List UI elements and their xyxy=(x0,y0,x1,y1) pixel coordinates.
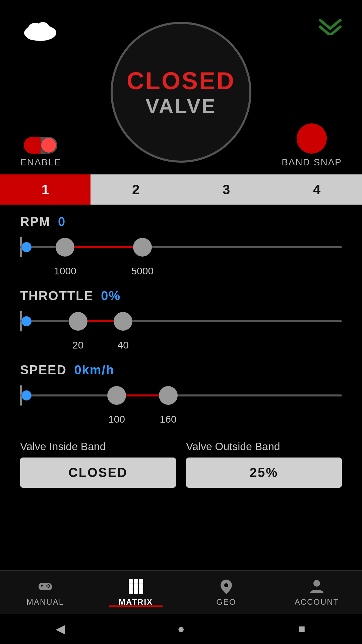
nav-manual-label: MANUAL xyxy=(26,597,64,607)
speed-thumb-left[interactable] xyxy=(21,390,32,400)
throttle-value: 0% xyxy=(101,289,121,303)
location-icon xyxy=(218,578,235,595)
back-icon: ◀ xyxy=(56,622,65,636)
svg-point-3 xyxy=(36,22,50,34)
svg-point-7 xyxy=(48,584,49,585)
nav-matrix[interactable]: MATRIX xyxy=(90,578,181,607)
recent-button[interactable]: ■ xyxy=(292,619,312,639)
speed-label: SPEED 0km/h xyxy=(20,363,342,377)
svg-rect-4 xyxy=(39,583,52,590)
rpm-value: 0 xyxy=(58,215,66,229)
svg-point-20 xyxy=(224,583,228,587)
enable-section: ENABLE xyxy=(20,137,61,168)
system-bar: ◀ ● ■ xyxy=(0,614,362,644)
enable-label: ENABLE xyxy=(20,157,61,168)
main-content: RPM 0 1000 5000 THROTTLE 0% xyxy=(0,205,362,570)
band-snap-label: BAND SNAP xyxy=(282,157,342,168)
rpm-thumb-1[interactable] xyxy=(56,238,74,257)
home-button[interactable]: ● xyxy=(171,619,191,639)
cloud-icon xyxy=(23,20,57,42)
tab-3[interactable]: 3 xyxy=(181,174,272,205)
enable-toggle[interactable] xyxy=(24,137,57,154)
throttle-thumb-2[interactable] xyxy=(114,312,132,331)
svg-rect-14 xyxy=(129,584,133,589)
svg-rect-11 xyxy=(129,579,133,584)
rpm-fill xyxy=(65,246,142,248)
rpm-max-marker: 5000 xyxy=(131,265,154,277)
rpm-slider[interactable] xyxy=(20,234,342,261)
app-container: CLOSED VALVE ENABLE BAND SNAP 1 2 3 4 RP… xyxy=(0,0,362,644)
nav-geo[interactable]: GEO xyxy=(181,578,272,607)
svg-rect-16 xyxy=(139,584,143,589)
rpm-thumb-2[interactable] xyxy=(133,238,152,257)
nav-manual[interactable]: MANUAL xyxy=(0,578,90,607)
svg-rect-13 xyxy=(139,579,143,584)
tabs-container: 1 2 3 4 xyxy=(0,174,362,205)
tab-4[interactable]: 4 xyxy=(272,174,362,205)
throttle-markers: 20 40 xyxy=(20,339,342,353)
valve-status-text: CLOSED xyxy=(127,67,235,95)
home-icon: ● xyxy=(177,622,185,636)
svg-rect-12 xyxy=(134,579,138,584)
toggle-thumb xyxy=(41,138,56,153)
svg-rect-18 xyxy=(134,589,138,594)
speed-slider-section: SPEED 0km/h 100 160 xyxy=(20,363,342,427)
svg-rect-6 xyxy=(41,585,42,587)
band-snap-dot[interactable] xyxy=(297,123,327,154)
throttle-slider[interactable] xyxy=(20,308,342,335)
nav-account-label: ACCOUNT xyxy=(295,597,339,607)
valve-band-section: Valve Inside Band CLOSED Valve Outside B… xyxy=(20,440,342,488)
valve-outside-button[interactable]: 25% xyxy=(186,458,342,488)
chevron-down-icon xyxy=(318,18,342,35)
valve-inside-title: Valve Inside Band xyxy=(20,440,176,453)
speed-markers: 100 160 xyxy=(20,414,342,427)
throttle-thumb-1[interactable] xyxy=(69,312,87,331)
svg-point-9 xyxy=(46,585,48,587)
speed-thumb-1[interactable] xyxy=(107,386,126,405)
grid-icon xyxy=(127,578,144,595)
svg-point-21 xyxy=(313,580,320,587)
throttle-min-marker: 20 xyxy=(72,339,83,351)
nav-geo-label: GEO xyxy=(216,597,236,607)
svg-rect-19 xyxy=(139,589,143,594)
rpm-markers: 1000 5000 xyxy=(20,265,342,279)
valve-outside-title: Valve Outside Band xyxy=(186,440,342,453)
valve-inside-group: Valve Inside Band CLOSED xyxy=(20,440,176,488)
valve-label-text: VALVE xyxy=(145,95,216,118)
speed-max-marker: 160 xyxy=(160,414,177,425)
person-icon xyxy=(308,578,325,595)
back-button[interactable]: ◀ xyxy=(50,619,70,639)
rpm-label: RPM 0 xyxy=(20,215,342,229)
gamepad-icon xyxy=(37,578,54,595)
throttle-slider-section: THROTTLE 0% 20 40 xyxy=(20,289,342,353)
valve-circle: CLOSED VALVE xyxy=(111,22,251,163)
svg-rect-17 xyxy=(129,589,133,594)
speed-value: 0km/h xyxy=(74,363,114,377)
band-snap-section: BAND SNAP xyxy=(282,123,342,168)
speed-track xyxy=(20,394,342,396)
rpm-min-marker: 1000 xyxy=(54,265,76,277)
recent-icon: ■ xyxy=(298,622,305,636)
svg-point-8 xyxy=(49,585,50,587)
tab-2[interactable]: 2 xyxy=(90,174,181,205)
throttle-thumb-left[interactable] xyxy=(21,316,32,326)
valve-inside-button[interactable]: CLOSED xyxy=(20,458,176,488)
speed-thumb-2[interactable] xyxy=(159,386,178,405)
svg-point-10 xyxy=(48,587,49,588)
throttle-label: THROTTLE 0% xyxy=(20,289,342,303)
nav-matrix-label: MATRIX xyxy=(119,597,153,607)
rpm-thumb-left[interactable] xyxy=(21,242,32,252)
speed-slider[interactable] xyxy=(20,382,342,409)
svg-rect-15 xyxy=(134,584,138,589)
tab-1[interactable]: 1 xyxy=(0,174,90,205)
valve-outside-group: Valve Outside Band 25% xyxy=(186,440,342,488)
rpm-slider-section: RPM 0 1000 5000 xyxy=(20,215,342,279)
bottom-nav: MANUAL MATRIX xyxy=(0,570,362,614)
throttle-max-marker: 40 xyxy=(118,339,129,351)
top-area: CLOSED VALVE ENABLE BAND SNAP xyxy=(0,0,362,174)
nav-account[interactable]: ACCOUNT xyxy=(272,578,362,607)
speed-min-marker: 100 xyxy=(108,414,125,425)
